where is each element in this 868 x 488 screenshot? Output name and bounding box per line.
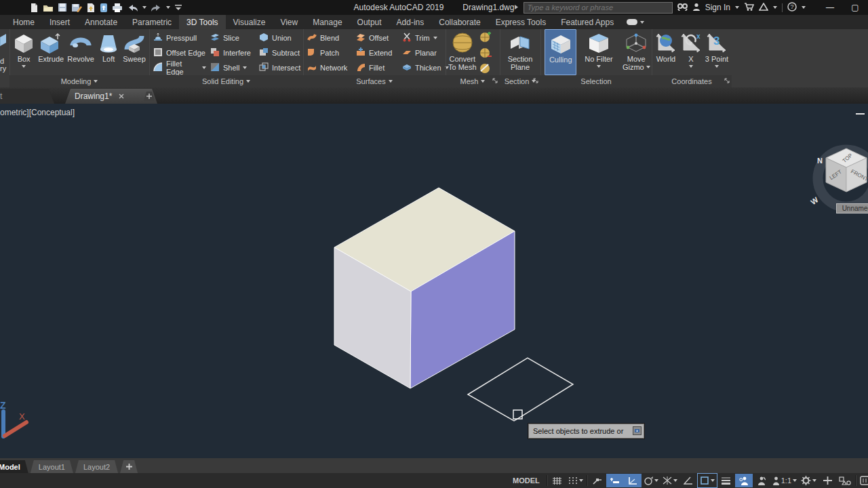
object-snap-toggle[interactable] [697,473,717,488]
viewcube-compass-w[interactable]: W [809,195,820,206]
help-dropdown-icon[interactable] [802,6,806,11]
app-store-cart-icon[interactable] [744,3,754,13]
tab-manage[interactable]: Manage [305,15,349,29]
object-snap-tracking-toggle[interactable] [660,474,679,487]
new-layout-button[interactable] [120,460,138,473]
grid-toggle[interactable] [549,474,566,487]
drawing-viewport[interactable]: [-][SW Isometric][Conceptual] Z X N W [0,104,868,458]
file-tab-drawing1[interactable]: Drawing1* [65,89,157,104]
osnap-dropdown-icon[interactable] [711,479,715,484]
a360-dropdown-icon[interactable] [773,6,777,11]
coordinates-launcher-icon[interactable] [724,77,730,85]
save-as-button[interactable] [71,3,82,12]
sign-in-label[interactable]: Sign In [705,3,730,12]
interfere-button[interactable]: Interfere [206,45,255,60]
ribbon-display-toggle[interactable] [621,15,650,29]
extrude-button[interactable]: Extrude [38,29,64,63]
mesh-launcher-icon[interactable] [492,77,498,85]
file-tab-close-icon[interactable] [119,92,124,101]
isodraft-dropdown-icon[interactable] [654,479,658,484]
annotation-autoscale-toggle[interactable] [753,474,770,487]
viewcube-compass-n[interactable]: N [817,157,823,165]
tab-home[interactable]: Home [5,15,42,29]
layout-tab-model[interactable]: Model [0,460,28,473]
thicken-button[interactable]: Thicken [398,60,446,75]
save-button[interactable] [58,3,67,12]
customize-qat-button[interactable] [174,3,182,12]
tab-add-ins[interactable]: Add-ins [389,15,432,29]
culling-button[interactable]: Culling [545,29,576,75]
tab-view[interactable]: View [273,15,305,29]
otrack-dropdown-icon[interactable] [673,479,677,484]
planar-button[interactable]: Planar [398,45,446,60]
search-icon[interactable] [677,3,688,13]
fillet-edge-button[interactable]: Fillet Edge [149,60,206,75]
redo-button[interactable] [151,3,162,12]
world-ucs-button[interactable]: World [655,29,677,63]
blend-button[interactable]: Blend [303,30,352,45]
snap-toggle[interactable] [566,474,585,487]
polar-tracking-toggle[interactable] [624,474,642,487]
refine-mesh-button[interactable] [479,63,492,77]
panel-title-solid-editing[interactable]: Solid Editing [149,75,303,87]
trim-button[interactable]: Trim [398,30,446,45]
slice-button[interactable]: Slice [206,30,255,45]
model-space-toggle[interactable]: MODEL [507,474,545,487]
revolve-button[interactable]: Revolve [67,29,94,63]
convert-to-mesh-button[interactable]: Convert To Mesh [448,29,477,71]
open-file-button[interactable] [43,3,54,12]
annotation-monitor-button[interactable] [818,474,836,487]
section-plane-button[interactable]: Section Plane [508,29,533,71]
panel-title-modeling[interactable]: Modeling [9,75,149,87]
help-icon[interactable]: ? [787,2,797,14]
ucs-x-button[interactable]: x X [680,29,702,70]
subtract-button[interactable]: Subtract [255,45,302,60]
trim-dropdown-icon[interactable] [433,37,437,41]
undo-dropdown-icon[interactable] [142,6,146,11]
maximize-button[interactable]: ▢ [845,3,865,12]
offset-surface-button[interactable]: Offset [352,30,398,45]
box-button[interactable]: Box [13,29,35,70]
ortho-toggle[interactable] [606,474,624,487]
panel-title-section[interactable]: Section [500,75,540,87]
section-launcher-icon[interactable] [533,77,538,85]
layout-tab-layout1[interactable]: Layout1 [31,460,73,473]
undo-button[interactable] [127,3,138,12]
workspace-dropdown-icon[interactable] [812,479,816,484]
smooth-less-button[interactable] [479,47,492,61]
fillet-surface-button[interactable]: Fillet [352,60,398,75]
layout-tab-layout2[interactable]: Layout2 [75,460,118,473]
customize-status-bar-button[interactable] [857,474,868,487]
tab-insert[interactable]: Insert [42,15,77,29]
annotation-scale-dropdown-icon[interactable] [793,479,797,484]
tab-output[interactable]: Output [350,15,389,29]
snap-dropdown-icon[interactable] [579,479,583,484]
patch-button[interactable]: Patch [303,45,352,60]
tab-collaborate[interactable]: Collaborate [431,15,488,29]
offset-edge-button[interactable]: Offset Edge [149,45,206,60]
dynamic-input-toggle[interactable] [589,474,606,487]
move-gizmo-button[interactable]: Move Gizmo [621,29,652,71]
new-file-button[interactable] [30,3,39,13]
tab-featured-apps[interactable]: Featured Apps [553,15,621,29]
extend-button[interactable]: Extend [352,45,398,60]
shell-button[interactable]: Shell [206,60,255,75]
named-view-dropdown[interactable]: Unnamed [836,203,868,214]
loft-button[interactable]: Loft [98,29,119,63]
plot-button[interactable] [112,3,123,12]
infocenter-collapse-icon[interactable] [514,3,519,12]
panel-title-mesh[interactable]: Mesh [446,75,500,87]
workspace-switching-button[interactable] [799,474,818,487]
isolate-objects-button[interactable] [836,474,854,487]
sign-in-dropdown-icon[interactable] [735,6,739,11]
tab-3d-tools[interactable]: 3D Tools [179,15,225,29]
open-from-web-button[interactable] [100,3,108,13]
rectangle-wireframe[interactable] [468,358,573,421]
annotation-scale-button[interactable]: 1:1 [770,474,799,487]
tab-express-tools[interactable]: Express Tools [488,15,553,29]
annotation-visibility-toggle[interactable] [735,474,753,487]
isodraft-toggle[interactable] [642,474,660,487]
smooth-more-button[interactable] [479,32,492,45]
shell-dropdown-icon[interactable] [243,66,247,71]
minimize-button[interactable]: — [820,3,840,12]
